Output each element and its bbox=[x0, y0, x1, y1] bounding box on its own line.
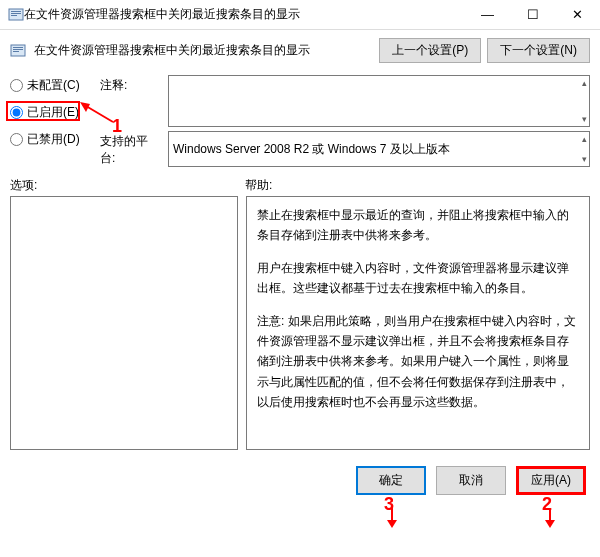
supported-textbox: Windows Server 2008 R2 或 Windows 7 及以上版本… bbox=[168, 131, 590, 167]
annotation-arrow-2 bbox=[540, 506, 560, 528]
annotation-arrow-3 bbox=[382, 506, 402, 528]
ok-button[interactable]: 确定 bbox=[356, 466, 426, 495]
policy-icon bbox=[8, 7, 24, 23]
supported-value: Windows Server 2008 R2 或 Windows 7 及以上版本 bbox=[173, 141, 450, 158]
maximize-button[interactable]: ☐ bbox=[510, 0, 555, 29]
svg-rect-6 bbox=[13, 49, 23, 50]
radio-not-configured-label: 未配置(C) bbox=[27, 77, 80, 94]
radio-enabled-label: 已启用(E) bbox=[27, 104, 79, 121]
svg-marker-13 bbox=[387, 520, 397, 528]
policy-icon bbox=[10, 43, 26, 59]
scroll-indicator: ▴▾ bbox=[582, 78, 587, 124]
options-label: 选项: bbox=[10, 177, 245, 194]
svg-rect-1 bbox=[11, 11, 21, 12]
window-title: 在文件资源管理器搜索框中关闭最近搜索条目的显示 bbox=[24, 6, 465, 23]
section-labels: 选项: 帮助: bbox=[0, 177, 600, 196]
svg-rect-5 bbox=[13, 47, 23, 48]
comment-label: 注释: bbox=[100, 75, 160, 127]
apply-button[interactable]: 应用(A) bbox=[516, 466, 586, 495]
prev-setting-button[interactable]: 上一个设置(P) bbox=[379, 38, 481, 63]
panels: 禁止在搜索框中显示最近的查询，并阻止将搜索框中输入的条目存储到注册表中供将来参考… bbox=[0, 196, 600, 458]
window-controls: — ☐ ✕ bbox=[465, 0, 600, 29]
policy-title: 在文件资源管理器搜索框中关闭最近搜索条目的显示 bbox=[34, 42, 371, 59]
radio-enabled[interactable]: 已启用(E) bbox=[10, 104, 90, 121]
titlebar: 在文件资源管理器搜索框中关闭最近搜索条目的显示 — ☐ ✕ bbox=[0, 0, 600, 30]
minimize-button[interactable]: — bbox=[465, 0, 510, 29]
supported-label: 支持的平台: bbox=[100, 131, 160, 167]
radio-group: 未配置(C) 已启用(E) 已禁用(D) bbox=[10, 75, 90, 167]
options-panel[interactable] bbox=[10, 196, 238, 450]
help-paragraph-2: 用户在搜索框中键入内容时，文件资源管理器将显示建议弹出框。这些建议都基于过去在搜… bbox=[257, 258, 579, 299]
scroll-indicator: ▴▾ bbox=[582, 134, 587, 164]
comment-textarea[interactable]: ▴▾ bbox=[168, 75, 590, 127]
help-paragraph-3: 注意: 如果启用此策略，则当用户在搜索框中键入内容时，文件资源管理器不显示建议弹… bbox=[257, 311, 579, 413]
cancel-button[interactable]: 取消 bbox=[436, 466, 506, 495]
subheader: 在文件资源管理器搜索框中关闭最近搜索条目的显示 上一个设置(P) 下一个设置(N… bbox=[0, 30, 600, 71]
footer: 确定 取消 应用(A) bbox=[0, 458, 600, 505]
next-setting-button[interactable]: 下一个设置(N) bbox=[487, 38, 590, 63]
radio-not-configured[interactable]: 未配置(C) bbox=[10, 77, 90, 94]
config-area: 未配置(C) 已启用(E) 已禁用(D) 注释: ▴▾ 支持的平台: Windo… bbox=[0, 71, 600, 177]
radio-disabled[interactable]: 已禁用(D) bbox=[10, 131, 90, 148]
svg-rect-7 bbox=[13, 51, 19, 52]
svg-marker-11 bbox=[545, 520, 555, 528]
radio-enabled-input[interactable] bbox=[10, 106, 23, 119]
svg-rect-0 bbox=[9, 9, 23, 20]
help-paragraph-1: 禁止在搜索框中显示最近的查询，并阻止将搜索框中输入的条目存储到注册表中供将来参考… bbox=[257, 205, 579, 246]
help-label: 帮助: bbox=[245, 177, 272, 194]
help-panel[interactable]: 禁止在搜索框中显示最近的查询，并阻止将搜索框中输入的条目存储到注册表中供将来参考… bbox=[246, 196, 590, 450]
radio-not-configured-input[interactable] bbox=[10, 79, 23, 92]
radio-disabled-input[interactable] bbox=[10, 133, 23, 146]
svg-rect-4 bbox=[11, 45, 25, 56]
svg-rect-3 bbox=[11, 15, 17, 16]
close-button[interactable]: ✕ bbox=[555, 0, 600, 29]
radio-disabled-label: 已禁用(D) bbox=[27, 131, 80, 148]
svg-rect-2 bbox=[11, 13, 21, 14]
